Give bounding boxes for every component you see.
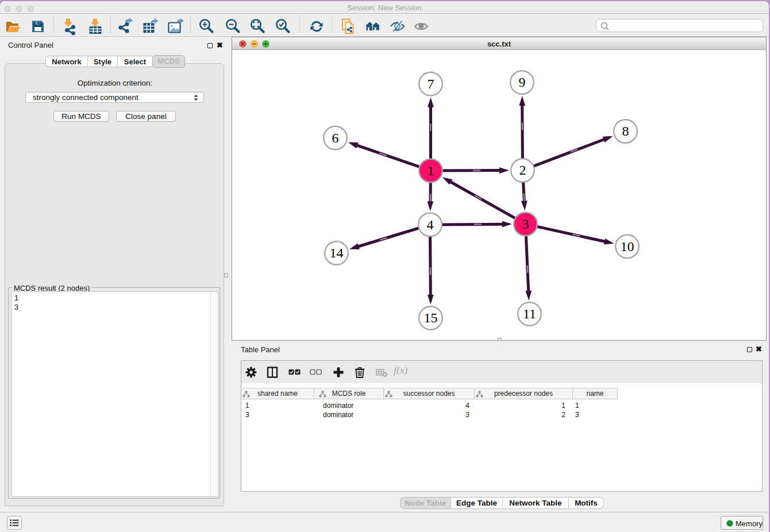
svg-text:3: 3 bbox=[522, 217, 529, 232]
svg-text:9: 9 bbox=[519, 75, 526, 90]
svg-text:6: 6 bbox=[332, 130, 339, 145]
svg-text:15: 15 bbox=[424, 310, 438, 325]
svg-text:11: 11 bbox=[523, 306, 536, 321]
svg-text:4: 4 bbox=[427, 217, 434, 232]
svg-text:14: 14 bbox=[330, 245, 344, 260]
svg-text:10: 10 bbox=[621, 239, 634, 254]
svg-text:7: 7 bbox=[428, 76, 434, 91]
svg-text:1: 1 bbox=[428, 163, 434, 178]
svg-text:8: 8 bbox=[622, 124, 629, 138]
svg-text:2: 2 bbox=[519, 163, 526, 178]
